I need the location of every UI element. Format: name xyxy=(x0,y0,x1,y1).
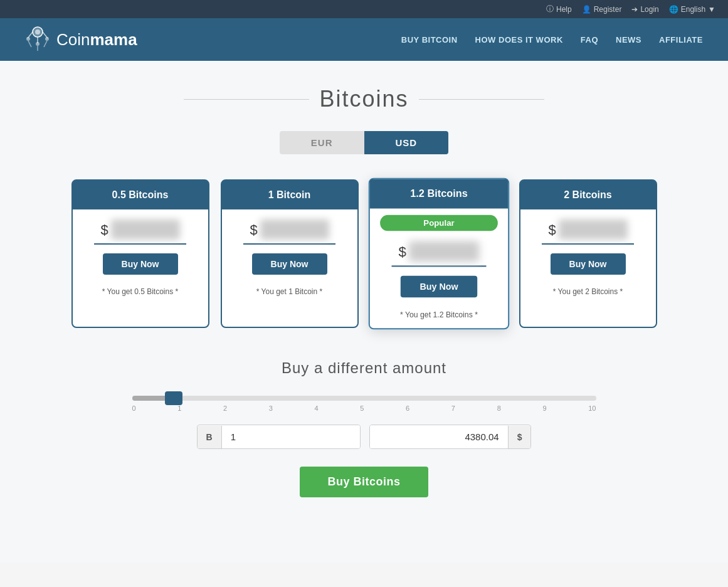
slider-label: 10 xyxy=(588,405,596,412)
price-blur-3 xyxy=(559,219,628,240)
price-blur-2 xyxy=(409,241,479,262)
price-blur-1 xyxy=(260,219,329,240)
svg-point-7 xyxy=(36,42,40,46)
slider-thumb[interactable] xyxy=(165,391,182,405)
svg-point-1 xyxy=(35,29,40,34)
popular-badge: Popular xyxy=(380,215,498,231)
page-title: Bitcoins xyxy=(319,86,408,112)
price-underline-0 xyxy=(94,243,186,245)
svg-line-9 xyxy=(44,41,47,47)
header: Coinmama BUY BITCOIN HOW DOES IT WORK FA… xyxy=(0,18,728,61)
buy-bitcoins-button[interactable]: Buy Bitcoins xyxy=(300,467,428,497)
usd-input[interactable] xyxy=(370,425,508,448)
usd-suffix: $ xyxy=(508,426,531,448)
slider-label: 1 xyxy=(177,405,181,412)
chevron-down-icon: ▼ xyxy=(708,5,715,14)
logo-icon xyxy=(25,26,50,53)
nav-affiliate[interactable]: AFFILIATE xyxy=(659,35,703,45)
buy-now-button-2[interactable]: Buy Now xyxy=(400,276,477,298)
card-footer-1: * You get 1 Bitcoin * xyxy=(222,282,357,305)
slider-label: 2 xyxy=(223,405,227,412)
usd-input-group: $ xyxy=(369,425,532,449)
dollar-sign-2: $ xyxy=(398,244,406,261)
help-link[interactable]: ⓘ Help xyxy=(546,4,572,14)
slider-label: 5 xyxy=(360,405,364,412)
card-header-0: 0.5 Bitcoins xyxy=(73,181,208,209)
title-rule-right xyxy=(419,99,544,100)
svg-line-8 xyxy=(28,41,31,47)
user-icon: 👤 xyxy=(582,5,591,14)
register-link[interactable]: 👤 Register xyxy=(582,5,622,14)
card-body-0: $ Buy Now xyxy=(73,209,208,282)
card-footer-2: * You get 1.2 Bitcoins * xyxy=(369,305,507,329)
card-1: 1 Bitcoin $ Buy Now * You get 1 Bitcoin … xyxy=(221,179,359,328)
price-underline-2 xyxy=(391,265,485,267)
slider-label: 0 xyxy=(132,405,136,412)
eur-button[interactable]: EUR xyxy=(280,131,364,154)
different-amount-title: Buy a different amount xyxy=(132,359,596,377)
card-header-1: 1 Bitcoin xyxy=(222,181,357,209)
cards-row: 0.5 Bitcoins $ Buy Now * You get 0.5 Bit… xyxy=(13,179,715,328)
card-header-2: 1.2 Bitcoins xyxy=(369,179,507,209)
page-title-wrap: Bitcoins xyxy=(13,86,715,112)
title-rule-left xyxy=(184,99,309,100)
language-link[interactable]: 🌐 English ▼ xyxy=(669,5,715,14)
slider-label: 9 xyxy=(542,405,546,412)
slider-label: 8 xyxy=(497,405,501,412)
slider-container: 012345678910 xyxy=(132,396,596,412)
price-display-2: $ xyxy=(380,241,498,262)
card-body-2: $ Buy Now xyxy=(369,231,507,305)
slider-label: 7 xyxy=(451,405,455,412)
logo[interactable]: Coinmama xyxy=(25,26,137,53)
price-underline-3 xyxy=(542,243,634,245)
card-body-1: $ Buy Now xyxy=(222,209,357,282)
nav-faq[interactable]: FAQ xyxy=(581,35,598,45)
price-display-0: $ xyxy=(83,219,198,240)
nav-news[interactable]: NEWS xyxy=(616,35,641,45)
card-3: 2 Bitcoins $ Buy Now * You get 2 Bitcoin… xyxy=(519,179,657,328)
card-2: 1.2 Bitcoins Popular $ Buy Now * You get… xyxy=(368,178,509,330)
currency-toggle: EUR USD xyxy=(13,131,715,154)
help-icon: ⓘ xyxy=(546,4,554,14)
slider-track xyxy=(132,396,596,401)
slider-labels: 012345678910 xyxy=(132,405,596,412)
input-row: B $ xyxy=(132,425,596,449)
price-blur-0 xyxy=(111,219,180,240)
usd-button[interactable]: USD xyxy=(364,131,449,154)
globe-icon: 🌐 xyxy=(669,5,678,14)
login-link[interactable]: ➔ Login xyxy=(631,5,658,14)
login-icon: ➔ xyxy=(631,5,638,14)
slider-label: 4 xyxy=(315,405,319,412)
main-nav: BUY BITCOIN HOW DOES IT WORK FAQ NEWS AF… xyxy=(401,35,703,45)
btc-prefix: B xyxy=(198,426,222,448)
price-display-1: $ xyxy=(232,219,347,240)
buy-bitcoins-wrap: Buy Bitcoins xyxy=(132,467,596,497)
nav-buy-bitcoin[interactable]: BUY BITCOIN xyxy=(401,35,458,45)
nav-how-it-works[interactable]: HOW DOES IT WORK xyxy=(475,35,563,45)
dollar-sign-3: $ xyxy=(548,222,556,238)
dollar-sign-0: $ xyxy=(100,222,108,238)
card-header-3: 2 Bitcoins xyxy=(520,181,656,209)
btc-input-group: B xyxy=(197,425,361,449)
btc-input[interactable] xyxy=(222,425,360,448)
card-0: 0.5 Bitcoins $ Buy Now * You get 0.5 Bit… xyxy=(71,179,209,328)
buy-now-button-1[interactable]: Buy Now xyxy=(252,253,327,275)
card-footer-0: * You get 0.5 Bitcoins * xyxy=(73,282,208,305)
different-amount-section: Buy a different amount 012345678910 B $ … xyxy=(120,359,609,497)
buy-now-button-0[interactable]: Buy Now xyxy=(103,253,178,275)
top-bar: ⓘ Help 👤 Register ➔ Login 🌐 English ▼ xyxy=(0,0,728,18)
svg-point-6 xyxy=(45,37,49,41)
card-footer-3: * You get 2 Bitcoins * xyxy=(520,282,656,305)
slider-label: 3 xyxy=(269,405,273,412)
slider-label: 6 xyxy=(406,405,409,412)
price-display-3: $ xyxy=(530,219,646,240)
price-underline-1 xyxy=(243,243,335,245)
buy-now-button-3[interactable]: Buy Now xyxy=(551,253,626,275)
svg-point-5 xyxy=(26,37,30,41)
main-content: Bitcoins EUR USD 0.5 Bitcoins $ Buy Now … xyxy=(0,61,728,563)
dollar-sign-1: $ xyxy=(250,222,257,238)
card-body-3: $ Buy Now xyxy=(520,209,656,282)
